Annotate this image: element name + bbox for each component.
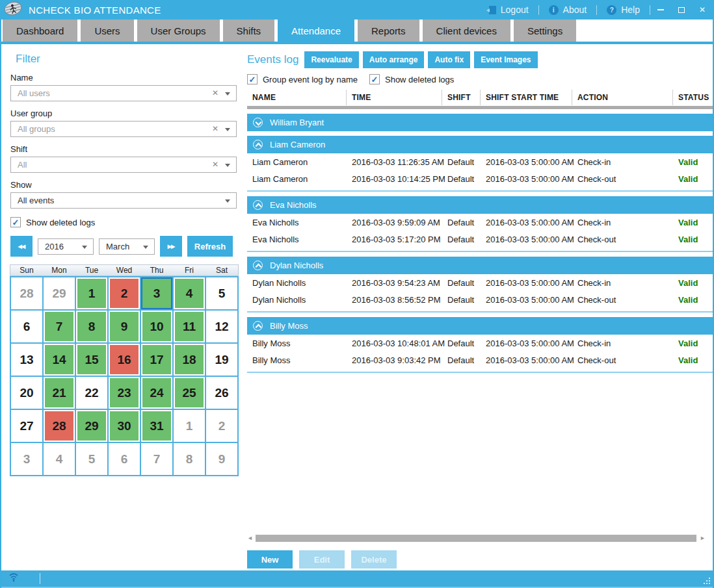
column-header-time[interactable]: TIME: [347, 90, 442, 105]
calendar-day[interactable]: 29: [76, 410, 107, 442]
month-select[interactable]: March: [99, 238, 155, 255]
chevron-down-icon[interactable]: [225, 92, 230, 96]
calendar-day[interactable]: 10: [141, 311, 172, 342]
calendar-day[interactable]: 19: [206, 344, 237, 376]
tab-user-groups[interactable]: User Groups: [137, 19, 220, 42]
clear-icon[interactable]: ✕: [212, 88, 218, 97]
help-button[interactable]: ? Help: [597, 0, 650, 19]
calendar-day[interactable]: 9: [109, 311, 140, 342]
event-group-header[interactable]: Dylan Nicholls: [247, 257, 714, 274]
calendar-day[interactable]: 6: [109, 443, 140, 475]
calendar-day[interactable]: 8: [174, 443, 205, 475]
calendar-day[interactable]: 23: [109, 377, 140, 409]
column-header-shift[interactable]: SHIFT: [442, 90, 481, 105]
show-filter-select[interactable]: All events: [10, 192, 237, 209]
tab-shifts[interactable]: Shifts: [223, 19, 275, 42]
group-filter-combo[interactable]: All groups ✕: [10, 121, 237, 137]
tab-settings[interactable]: Settings: [514, 19, 576, 42]
prev-month-button[interactable]: ◀◀: [10, 236, 33, 257]
column-header-action[interactable]: ACTION: [572, 90, 673, 105]
event-group-header[interactable]: Billy Moss: [247, 317, 714, 335]
tab-attendance[interactable]: Attendance: [278, 19, 354, 42]
column-header-status[interactable]: STATUS: [673, 90, 714, 105]
auto-fix-button[interactable]: Auto fix: [428, 51, 470, 68]
calendar-day[interactable]: 26: [206, 377, 237, 409]
column-header-shift-start-time[interactable]: SHIFT START TIME: [481, 90, 572, 105]
event-group-header[interactable]: Liam Cameron: [247, 136, 714, 153]
calendar-day[interactable]: 24: [141, 377, 172, 409]
event-row[interactable]: Dylan Nicholls2016-03-03 9:54:23 AMDefau…: [247, 275, 714, 291]
calendar-day[interactable]: 21: [44, 377, 75, 409]
chevron-down-icon[interactable]: [82, 246, 87, 249]
calendar-day[interactable]: 3: [141, 277, 172, 309]
chevron-down-icon[interactable]: [225, 164, 230, 167]
event-row[interactable]: Dylan Nicholls2016-03-03 8:56:52 PMDefau…: [247, 292, 714, 308]
calendar-day[interactable]: 12: [206, 311, 237, 342]
calendar-day[interactable]: 4: [174, 277, 205, 309]
year-select[interactable]: 2016: [38, 238, 94, 255]
clear-icon[interactable]: ✕: [212, 160, 218, 169]
shift-filter-combo[interactable]: All ✕: [10, 157, 237, 173]
event-row[interactable]: Liam Cameron2016-03-03 10:14:25 PMDefaul…: [247, 171, 714, 187]
calendar-day[interactable]: 15: [76, 344, 107, 376]
scroll-right-icon[interactable]: ►: [700, 535, 705, 541]
maximize-button[interactable]: [671, 0, 692, 19]
tab-users[interactable]: Users: [81, 19, 133, 42]
event-row[interactable]: Liam Cameron2016-03-03 11:26:35 AMDefaul…: [247, 154, 714, 170]
calendar-day[interactable]: 16: [109, 344, 140, 376]
calendar-day[interactable]: 9: [206, 443, 237, 475]
chevron-down-icon[interactable]: [225, 199, 230, 203]
minimize-button[interactable]: [650, 0, 671, 19]
tab-dashboard[interactable]: Dashboard: [3, 19, 77, 42]
chevron-down-icon[interactable]: [225, 128, 230, 131]
calendar-day[interactable]: 4: [44, 443, 75, 475]
show-deleted-logs-checkbox[interactable]: ✓ Show deleted logs: [369, 74, 454, 84]
calendar-day[interactable]: 1: [76, 277, 107, 309]
calendar-day[interactable]: 2: [109, 277, 140, 309]
name-filter-combo[interactable]: All users ✕: [10, 85, 237, 101]
calendar-day[interactable]: 17: [141, 344, 172, 376]
event-images-button[interactable]: Event Images: [474, 51, 537, 68]
horizontal-scrollbar[interactable]: ◄ ►: [247, 533, 705, 543]
calendar-day[interactable]: 13: [11, 344, 42, 376]
event-group-header[interactable]: William Bryant: [247, 114, 714, 131]
calendar-day[interactable]: 18: [174, 344, 205, 376]
calendar-day[interactable]: 22: [76, 377, 107, 409]
close-button[interactable]: ✕: [692, 0, 713, 19]
calendar-day[interactable]: 30: [109, 410, 140, 442]
calendar-day[interactable]: 14: [44, 344, 75, 376]
event-group-header[interactable]: Eva Nicholls: [247, 196, 714, 214]
calendar-day[interactable]: 7: [44, 311, 75, 342]
calendar-day[interactable]: 7: [141, 443, 172, 475]
clear-icon[interactable]: ✕: [212, 124, 218, 133]
event-row[interactable]: Eva Nicholls2016-03-03 9:59:09 AMDefault…: [247, 214, 714, 231]
resize-grip[interactable]: [702, 576, 710, 584]
calendar-day[interactable]: 2: [206, 410, 237, 442]
calendar-day[interactable]: 27: [11, 410, 42, 442]
calendar-day[interactable]: 5: [76, 443, 107, 475]
delete-button[interactable]: Delete: [351, 550, 397, 569]
group-by-name-checkbox[interactable]: ✓ Group event log by name: [247, 74, 358, 84]
calendar-day[interactable]: 28: [11, 277, 42, 309]
show-deleted-checkbox[interactable]: ✓ Show deleted logs: [10, 217, 233, 227]
next-month-button[interactable]: ▶▶: [160, 236, 182, 257]
calendar-day[interactable]: 8: [76, 311, 107, 342]
auto-arrange-button[interactable]: Auto arrange: [363, 51, 425, 68]
event-row[interactable]: Billy Moss2016-03-03 9:03:42 PMDefault20…: [247, 352, 714, 368]
reevaluate-button[interactable]: Reevaluate: [304, 51, 358, 68]
calendar-day[interactable]: 25: [174, 377, 205, 409]
edit-button[interactable]: Edit: [299, 550, 345, 569]
about-button[interactable]: i About: [539, 0, 597, 19]
calendar-day[interactable]: 6: [11, 311, 42, 342]
calendar-day[interactable]: 29: [44, 277, 75, 309]
calendar-day[interactable]: 5: [206, 277, 237, 309]
event-row[interactable]: Eva Nicholls2016-03-03 5:17:20 PMDefault…: [247, 231, 714, 248]
tab-reports[interactable]: Reports: [358, 19, 419, 42]
column-header-name[interactable]: NAME: [247, 90, 347, 105]
calendar-day[interactable]: 28: [44, 410, 75, 442]
logout-button[interactable]: Logout: [479, 0, 538, 19]
tab-client-devices[interactable]: Client devices: [423, 19, 510, 42]
event-row[interactable]: Billy Moss2016-03-03 10:48:01 AMDefault2…: [247, 335, 714, 352]
scrollbar-thumb[interactable]: [256, 535, 696, 542]
refresh-button[interactable]: Refresh: [187, 236, 233, 257]
